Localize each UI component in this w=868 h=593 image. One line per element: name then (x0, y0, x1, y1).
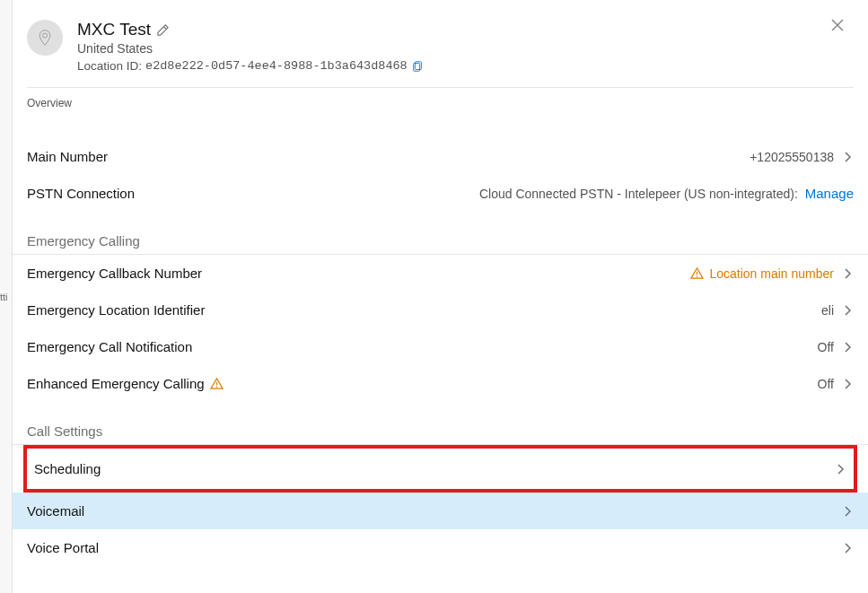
row-ecn-value: Location main number (709, 266, 834, 281)
row-emergency-callback-number[interactable]: Emergency Callback Number Location main … (13, 255, 868, 292)
row-scheduling-label: Scheduling (34, 461, 101, 476)
edit-icon (156, 23, 170, 37)
row-notif-label: Emergency Call Notification (27, 339, 192, 354)
row-main-number-value: +12025550138 (750, 150, 834, 164)
row-emergency-call-notification[interactable]: Emergency Call Notification Off (13, 328, 868, 365)
row-enhanced-emergency-calling[interactable]: Enhanced Emergency Calling Off (13, 365, 868, 402)
left-sliver-text: tti (0, 292, 8, 302)
svg-point-3 (697, 276, 697, 277)
scheduling-highlight-box: Scheduling (23, 445, 857, 493)
chevron-right-icon (841, 304, 854, 317)
chevron-right-icon (841, 378, 854, 390)
row-scheduling-value-wrap (834, 463, 846, 475)
row-pstn-value: Cloud Connected PSTN - Intelepeer (US no… (479, 187, 798, 201)
title-row: MXC Test (77, 20, 854, 39)
row-enhanced-label: Enhanced Emergency Calling (27, 376, 205, 391)
close-icon (830, 18, 845, 32)
row-eli-label: Emergency Location Identifier (27, 302, 205, 318)
row-ecn-warning: Location main number (690, 266, 834, 281)
location-title: MXC Test (77, 20, 151, 39)
location-pin-icon (36, 29, 54, 47)
row-voicemail-value-wrap (841, 505, 854, 518)
row-eli-value-wrap: eli (821, 303, 854, 318)
row-voice-portal[interactable]: Voice Portal (13, 529, 868, 566)
row-voicemail[interactable]: Voicemail (13, 493, 868, 529)
chevron-right-icon (841, 505, 854, 518)
row-voice-portal-label: Voice Portal (27, 540, 99, 555)
tab-overview[interactable]: Overview (27, 97, 72, 109)
row-emergency-location-identifier[interactable]: Emergency Location Identifier eli (13, 292, 868, 328)
warning-icon (690, 266, 704, 280)
row-pstn-connection: PSTN Connection Cloud Connected PSTN - I… (13, 175, 868, 212)
chevron-right-icon (834, 463, 846, 475)
row-notif-value: Off (818, 340, 834, 354)
row-ecn-value-wrap: Location main number (690, 266, 854, 281)
tabs-bar: Overview (13, 88, 868, 138)
section-emergency-calling: Emergency Calling (13, 212, 868, 255)
row-ecn-label: Emergency Callback Number (27, 266, 202, 281)
row-enhanced-label-wrap: Enhanced Emergency Calling (27, 376, 224, 391)
location-avatar (27, 20, 63, 56)
chevron-right-icon (841, 267, 854, 280)
detail-panel: MXC Test United States Location ID: e2d8… (13, 0, 868, 593)
warning-icon (210, 377, 224, 390)
chevron-right-icon (841, 542, 854, 554)
row-main-number-label: Main Number (27, 149, 108, 164)
svg-point-5 (215, 387, 216, 388)
title-block: MXC Test United States Location ID: e2d8… (77, 20, 854, 73)
pstn-manage-link[interactable]: Manage (805, 186, 854, 201)
chevron-right-icon (841, 341, 854, 353)
row-notif-value-wrap: Off (818, 340, 854, 354)
row-main-number-value-wrap: +12025550138 (750, 150, 854, 164)
row-enhanced-value: Off (818, 377, 834, 391)
edit-title-button[interactable] (156, 23, 170, 37)
row-voice-portal-value-wrap (841, 542, 854, 554)
scheduling-highlight: Scheduling (13, 445, 868, 493)
row-eli-value: eli (821, 303, 834, 318)
row-pstn-value-wrap: Cloud Connected PSTN - Intelepeer (US no… (479, 186, 854, 201)
location-id-row: Location ID: e2d8e222-0d57-4ee4-8988-1b3… (77, 59, 854, 73)
row-main-number[interactable]: Main Number +12025550138 (13, 138, 868, 175)
copy-icon (411, 60, 424, 73)
chevron-right-icon (841, 151, 854, 163)
location-country: United States (77, 41, 854, 56)
header: MXC Test United States Location ID: e2d8… (13, 0, 868, 87)
section-call-settings: Call Settings (13, 402, 868, 445)
copy-location-id-button[interactable] (411, 60, 424, 73)
location-id-label: Location ID: (77, 59, 142, 73)
close-button[interactable] (830, 18, 845, 32)
row-pstn-label: PSTN Connection (27, 186, 135, 201)
row-voicemail-label: Voicemail (27, 503, 84, 519)
location-id-value: e2d8e222-0d57-4ee4-8988-1b3a643d8468 (145, 59, 408, 73)
row-scheduling[interactable]: Scheduling (27, 449, 854, 489)
row-enhanced-value-wrap: Off (818, 377, 854, 391)
left-sliver: tti (0, 0, 13, 593)
